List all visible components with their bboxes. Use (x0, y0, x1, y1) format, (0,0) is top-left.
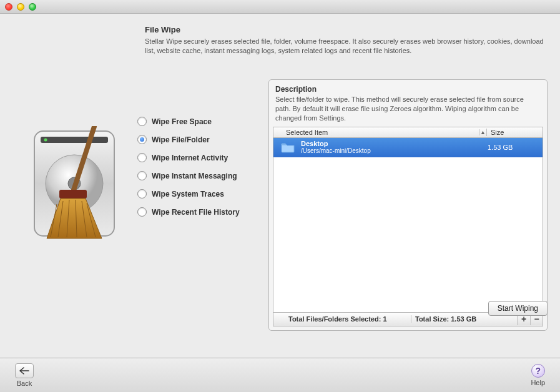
option-wipe-system-traces[interactable]: Wipe System Traces (137, 189, 268, 198)
option-wipe-free-space[interactable]: Wipe Free Space (137, 117, 268, 126)
close-window-button[interactable] (5, 3, 12, 11)
radio-icon (137, 117, 147, 126)
radio-icon (137, 135, 147, 144)
radio-icon (137, 207, 147, 217)
panel-description: Select file/folder to wipe. This method … (273, 95, 543, 127)
option-wipe-recent-file-history[interactable]: Wipe Recent File History (137, 207, 268, 217)
bottom-toolbar: Back ? Help (0, 358, 560, 392)
option-wipe-instant-messaging[interactable]: Wipe Instant Messaging (137, 171, 268, 180)
back-arrow-icon (15, 363, 34, 378)
folder-icon (281, 142, 295, 153)
item-name: Desktop (301, 140, 488, 148)
svg-rect-6 (59, 190, 87, 198)
column-header-size[interactable]: Size (486, 129, 543, 136)
detail-column: Description Select file/folder to wipe. … (268, 26, 548, 351)
window-titlebar (0, 0, 560, 14)
main-content: File Wipe Stellar Wipe securely erases s… (0, 14, 560, 358)
help-label: Help (531, 379, 545, 386)
option-wipe-internet-activity[interactable]: Wipe Internet Activity (137, 153, 268, 162)
help-button[interactable]: ? Help (531, 364, 545, 386)
start-wiping-button[interactable]: Start Wiping (488, 301, 548, 316)
help-icon: ? (531, 364, 545, 378)
item-path: /Users/mac-mini/Desktop (301, 147, 488, 155)
svg-rect-1 (41, 137, 108, 143)
minimize-window-button[interactable] (17, 3, 24, 11)
option-label: Wipe Recent File History (152, 208, 240, 217)
svg-point-2 (44, 139, 47, 142)
footer-selected-count: Total Files/Folders Selected: 1 (273, 315, 411, 323)
radio-icon (137, 189, 147, 198)
option-label: Wipe Free Space (152, 117, 212, 126)
column-header-item[interactable]: Selected Item (273, 129, 479, 136)
options-column: Wipe Free Space Wipe File/Folder Wipe In… (137, 26, 268, 351)
harddrive-broom-illustration (28, 126, 122, 245)
radio-icon (137, 153, 147, 162)
action-row: Start Wiping (488, 301, 548, 316)
option-label: Wipe Internet Activity (152, 154, 228, 162)
description-panel: Description Select file/folder to wipe. … (268, 79, 548, 331)
item-size: 1.53 GB (488, 144, 539, 151)
zoom-window-button[interactable] (29, 3, 36, 11)
table-header[interactable]: Selected Item ▲ Size (273, 127, 543, 138)
item-text: Desktop /Users/mac-mini/Desktop (301, 140, 488, 155)
back-label: Back (17, 380, 32, 387)
radio-icon (137, 171, 147, 180)
selected-items-list[interactable]: Desktop /Users/mac-mini/Desktop 1.53 GB (273, 138, 543, 313)
option-label: Wipe Instant Messaging (152, 172, 237, 180)
wipe-options-group: Wipe Free Space Wipe File/Folder Wipe In… (137, 117, 268, 217)
option-label: Wipe File/Folder (152, 135, 210, 144)
sort-indicator-icon: ▲ (479, 129, 486, 135)
illustration-column (12, 26, 137, 351)
back-button[interactable]: Back (15, 363, 34, 387)
footer-total-size: Total Size: 1.53 GB (411, 315, 517, 323)
list-item[interactable]: Desktop /Users/mac-mini/Desktop 1.53 GB (273, 138, 543, 157)
panel-title: Description (273, 84, 543, 95)
option-label: Wipe System Traces (152, 190, 224, 198)
option-wipe-file-folder[interactable]: Wipe File/Folder (137, 135, 268, 144)
